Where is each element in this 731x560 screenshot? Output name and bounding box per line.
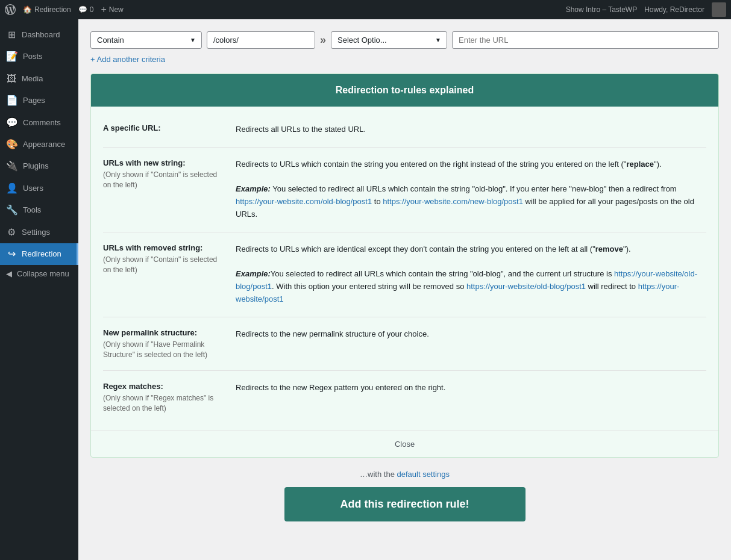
select-option-wrapper: Select Optio... A specific URL URLs with… — [331, 31, 447, 49]
bold-remove: remove — [595, 244, 623, 254]
bold-replace: replace — [626, 160, 654, 169]
explanation-row-new-string: URLs with new string: (Only shown if "Co… — [103, 148, 706, 232]
example-label-removed: Example: — [236, 269, 271, 278]
sidebar-item-label: Comments — [23, 117, 72, 128]
appearance-icon: 🎨 — [6, 138, 18, 151]
new-label: New — [109, 5, 124, 14]
close-btn-row: Close — [91, 431, 718, 457]
desc-removed-string: Redirects to URLs which are identical ex… — [236, 243, 706, 306]
desc-specific-url: Redirects all URLs to the stated URL. — [236, 123, 706, 136]
show-intro-link[interactable]: Show Intro – TasteWP — [566, 5, 638, 14]
desc-new-string: Redirects to URLs which contain the stri… — [236, 158, 706, 221]
arrow-icon: » — [320, 34, 326, 46]
settings-icon: ⚙ — [6, 226, 17, 239]
explanation-header: Redirection to-rules explained — [91, 74, 718, 107]
admin-bar-left: 🏠 Redirection 💬 0 + New — [5, 4, 124, 15]
term-removed-string-note: (Only shown if "Contain" is selected on … — [103, 255, 224, 275]
term-permalink: New permalink structure: (Only shown if … — [103, 328, 224, 360]
default-settings-text: …with the default settings — [90, 470, 719, 479]
comments-icon: 💬 — [78, 5, 87, 14]
sidebar-item-label: Tools — [23, 205, 72, 216]
sidebar-item-plugins[interactable]: 🔌 Plugins — [0, 155, 78, 177]
sidebar-item-posts[interactable]: 📝 Posts — [0, 46, 78, 67]
admin-bar-site[interactable]: 🏠 Redirection — [23, 5, 71, 14]
pages-icon: 📄 — [6, 94, 18, 107]
explanation-box: Redirection to-rules explained A specifi… — [90, 73, 719, 458]
sidebar-item-label: Media — [22, 73, 72, 84]
link-old-blog-1[interactable]: https://your-website.com/old-blog/post1 — [236, 197, 372, 206]
example-label-new: Example: — [236, 184, 271, 193]
plus-icon: + — [101, 4, 106, 15]
contain-select-wrapper: Contain Not Contain Is Has Permalink Str… — [90, 31, 202, 49]
explanation-row-removed-string: URLs with removed string: (Only shown if… — [103, 232, 706, 317]
close-button[interactable]: Close — [395, 440, 415, 449]
sidebar-item-label: Pages — [23, 95, 72, 106]
sidebar-item-tools[interactable]: 🔧 Tools — [0, 199, 78, 221]
explanation-row-regex: Regex matches: (Only shown if "Regex mat… — [103, 371, 706, 425]
default-text-before: …with the — [360, 470, 397, 479]
posts-icon: 📝 — [6, 50, 18, 63]
url-input[interactable] — [452, 31, 719, 49]
link-new-blog-1[interactable]: https://your-website.com/new-blog/post1 — [383, 197, 523, 206]
sidebar-item-collapse[interactable]: ◀ Collapse menu — [0, 265, 78, 282]
term-regex: Regex matches: (Only shown if "Regex mat… — [103, 382, 224, 414]
main-content: Contain Not Contain Is Has Permalink Str… — [78, 19, 731, 560]
term-removed-string-title: URLs with removed string: — [103, 243, 224, 252]
explanation-row-permalink: New permalink structure: (Only shown if … — [103, 317, 706, 372]
sidebar-item-settings[interactable]: ⚙ Settings — [0, 222, 78, 243]
sidebar-item-label: Settings — [22, 227, 72, 238]
sidebar-item-label: Appearance — [23, 139, 72, 150]
sidebar-item-dashboard[interactable]: ⊞ Dashboard — [0, 24, 78, 46]
admin-bar-right: Show Intro – TasteWP Howdy, ReDirector — [566, 2, 726, 17]
term-new-string: URLs with new string: (Only shown if "Co… — [103, 158, 224, 221]
site-name: Redirection — [34, 5, 71, 14]
comments-count: 0 — [90, 5, 94, 14]
link-post1[interactable]: https://your-website/post1 — [236, 282, 679, 303]
term-regex-note: (Only shown if "Regex matches" is select… — [103, 393, 224, 414]
admin-bar-wp-logo[interactable] — [5, 4, 16, 15]
dashboard-icon: ⊞ — [6, 28, 17, 42]
url-pattern-input[interactable] — [207, 31, 315, 49]
sidebar: ⊞ Dashboard 📝 Posts 🖼 Media 📄 Pages 💬 Co… — [0, 19, 78, 560]
redirection-icon: ↪ — [6, 247, 17, 261]
sidebar-item-redirection[interactable]: ↪ Redirection — [0, 243, 78, 265]
add-redirection-rule-button[interactable]: Add this redirection rule! — [284, 487, 526, 521]
default-settings-link[interactable]: default settings — [397, 470, 449, 479]
option-select[interactable]: Select Optio... A specific URL URLs with… — [331, 31, 447, 49]
avatar — [712, 2, 726, 17]
add-criteria-link[interactable]: + Add another criteria — [90, 55, 165, 64]
home-icon: 🏠 — [23, 5, 32, 14]
term-permalink-note: (Only shown if "Have Permalink Structure… — [103, 340, 224, 360]
admin-bar: 🏠 Redirection 💬 0 + New Show Intro – Tas… — [0, 0, 731, 19]
sidebar-item-comments[interactable]: 💬 Comments — [0, 112, 78, 134]
sidebar-item-label: Dashboard — [22, 30, 72, 40]
user-greeting[interactable]: Howdy, ReDirector — [644, 5, 704, 14]
sidebar-item-media[interactable]: 🖼 Media — [0, 68, 78, 90]
sidebar-item-pages[interactable]: 📄 Pages — [0, 90, 78, 111]
wordpress-icon — [5, 4, 16, 15]
link-old-blog-3[interactable]: https://your-website/old-blog/post1 — [466, 282, 586, 291]
plugins-icon: 🔌 — [6, 160, 18, 173]
contain-select[interactable]: Contain Not Contain Is Has Permalink Str… — [90, 31, 202, 49]
term-new-string-title: URLs with new string: — [103, 158, 224, 167]
term-new-string-note: (Only shown if "Contain" is selected on … — [103, 170, 224, 190]
admin-bar-new[interactable]: + New — [101, 4, 123, 15]
sidebar-item-label: Redirection — [22, 249, 72, 260]
criteria-row: Contain Not Contain Is Has Permalink Str… — [90, 31, 719, 49]
media-icon: 🖼 — [6, 72, 17, 86]
sidebar-item-label: Posts — [23, 51, 72, 62]
sidebar-item-label: Plugins — [23, 161, 72, 172]
term-permalink-title: New permalink structure: — [103, 328, 224, 337]
term-specific-url-title: A specific URL: — [103, 123, 224, 132]
tools-icon: 🔧 — [6, 204, 18, 217]
sidebar-item-users[interactable]: 👤 Users — [0, 178, 78, 199]
desc-permalink: Redirects to the new permalink structure… — [236, 328, 706, 360]
term-specific-url: A specific URL: — [103, 123, 224, 136]
explanation-body: A specific URL: Redirects all URLs to th… — [91, 107, 718, 431]
users-icon: 👤 — [6, 182, 18, 195]
term-removed-string: URLs with removed string: (Only shown if… — [103, 243, 224, 306]
sidebar-menu: ⊞ Dashboard 📝 Posts 🖼 Media 📄 Pages 💬 Co… — [0, 19, 78, 282]
admin-bar-comments[interactable]: 💬 0 — [78, 5, 94, 14]
comments-icon: 💬 — [6, 116, 18, 129]
sidebar-item-appearance[interactable]: 🎨 Appearance — [0, 134, 78, 155]
